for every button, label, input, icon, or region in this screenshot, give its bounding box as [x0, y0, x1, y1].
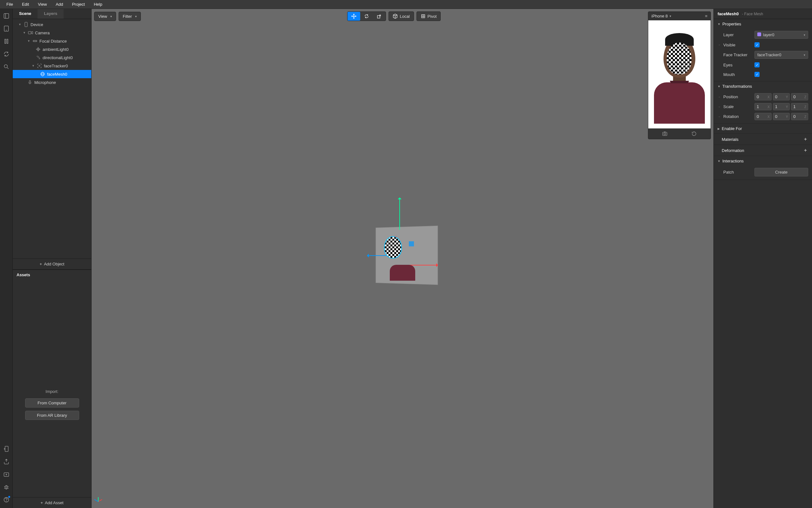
- viewport-toolbar: View Filter Local Pivot: [94, 11, 711, 21]
- face-mesh-checker[interactable]: [384, 236, 402, 258]
- tree-label: Focal Distance: [39, 39, 67, 44]
- pivot-button[interactable]: Pivot: [417, 12, 441, 21]
- tree-directional-light[interactable]: directionalLight0: [13, 53, 91, 62]
- menu-file[interactable]: File: [3, 1, 17, 8]
- prop-patch-label: Patch: [723, 170, 752, 174]
- tab-scene[interactable]: Scene: [13, 9, 38, 19]
- add-deformation-button[interactable]: +: [803, 147, 808, 153]
- tab-layers[interactable]: Layers: [38, 9, 63, 19]
- reset-icon[interactable]: [691, 130, 697, 137]
- svg-point-19: [6, 501, 6, 501]
- tree-label: directionalLight0: [43, 55, 73, 60]
- add-asset-button[interactable]: + Add Asset: [13, 497, 91, 508]
- rail-layout-icon[interactable]: [3, 13, 9, 19]
- section-deformation-header[interactable]: ▶ Deformation +: [714, 145, 812, 156]
- section-properties-header[interactable]: ▼Properties: [714, 19, 812, 29]
- local-button[interactable]: Local: [389, 12, 413, 21]
- tree-device[interactable]: ▼ Device: [13, 20, 91, 29]
- device-menu-icon[interactable]: ≡: [705, 14, 708, 18]
- section-materials-header[interactable]: ▶ Materials +: [714, 134, 812, 145]
- svg-rect-4: [5, 39, 6, 43]
- add-object-label: Add Object: [44, 262, 64, 266]
- directional-light-icon: [36, 55, 41, 60]
- gizmo-axis-y[interactable]: [399, 198, 400, 230]
- rail-refresh-icon[interactable]: [3, 51, 9, 57]
- inspector: faceMesh0 - Face Mesh ▼Properties Layer …: [714, 9, 812, 508]
- plus-icon: +: [40, 262, 42, 266]
- tree-focal-distance[interactable]: ▼ Focal Distance: [13, 37, 91, 45]
- tree-camera[interactable]: ▼ Camera: [13, 29, 91, 37]
- tree-face-mesh[interactable]: faceMesh0: [13, 70, 91, 78]
- section-enable-for-header[interactable]: ▶Enable For: [714, 124, 812, 133]
- menu-project[interactable]: Project: [68, 1, 88, 8]
- tree-label: faceMesh0: [47, 72, 68, 77]
- position-z-input[interactable]: 0Z: [791, 93, 808, 100]
- section-transformations-header[interactable]: ▼Transformations: [714, 81, 812, 91]
- position-x-input[interactable]: 0X: [755, 93, 772, 100]
- tree-microphone[interactable]: Microphone: [13, 78, 91, 86]
- rotate-tool-button[interactable]: [360, 12, 373, 21]
- menu-view[interactable]: View: [34, 1, 50, 8]
- menu-add[interactable]: Add: [52, 1, 67, 8]
- view-dropdown[interactable]: View: [94, 12, 116, 21]
- scale-z-input[interactable]: 1Z: [791, 103, 808, 110]
- layer-dropdown[interactable]: layer0: [755, 31, 808, 39]
- layer-color-swatch: [757, 33, 761, 36]
- rail-search-icon[interactable]: [3, 64, 9, 70]
- rail-device-icon[interactable]: [3, 26, 9, 32]
- menu-help[interactable]: Help: [90, 1, 106, 8]
- scale-tool-button[interactable]: [373, 12, 386, 21]
- tree-face-tracker[interactable]: ▼ faceTracker0: [13, 62, 91, 70]
- svg-line-17: [8, 488, 8, 489]
- prop-scale-label: Scale: [723, 104, 752, 109]
- scale-y-input[interactable]: 1Y: [773, 103, 790, 110]
- device-preview: iPhone 8 ▾ ≡: [648, 11, 711, 139]
- face-mesh-icon: [40, 72, 45, 77]
- rail-bug-icon[interactable]: [3, 484, 9, 490]
- chevron-down-icon[interactable]: ▾: [670, 14, 671, 18]
- rail-export-icon[interactable]: [3, 458, 9, 465]
- filter-dropdown[interactable]: Filter: [119, 12, 140, 21]
- plus-icon: +: [40, 500, 43, 505]
- scale-x-input[interactable]: 1X: [755, 103, 772, 110]
- svg-line-7: [7, 68, 8, 69]
- visible-checkbox[interactable]: ✓: [755, 42, 760, 47]
- svg-point-46: [664, 133, 666, 135]
- rotation-y-input[interactable]: 0Y: [773, 113, 790, 120]
- from-ar-library-button[interactable]: From AR Library: [25, 411, 79, 420]
- section-interactions-header[interactable]: ▼Interactions: [714, 156, 812, 166]
- eyes-checkbox[interactable]: ✓: [755, 62, 760, 68]
- menu-edit[interactable]: Edit: [18, 1, 33, 8]
- svg-rect-35: [29, 80, 31, 83]
- tree-label: ambientLight0: [43, 47, 69, 52]
- svg-rect-23: [33, 40, 37, 42]
- svg-rect-8: [5, 446, 8, 452]
- from-computer-button[interactable]: From Computer: [25, 398, 79, 408]
- capture-icon[interactable]: [662, 130, 668, 137]
- rail-send-to-device-icon[interactable]: [3, 446, 9, 452]
- move-tool-button[interactable]: [347, 12, 360, 21]
- prop-visible-label: Visible: [723, 43, 752, 47]
- rail-add-folder-icon[interactable]: [3, 471, 9, 477]
- face-tracker-icon: [37, 63, 42, 68]
- svg-marker-22: [31, 32, 33, 34]
- mouth-checkbox[interactable]: ✓: [755, 72, 760, 77]
- rail-pause-icon[interactable]: [3, 38, 9, 44]
- svg-rect-21: [28, 32, 31, 34]
- device-name[interactable]: iPhone 8: [651, 14, 668, 18]
- device-icon: [24, 22, 29, 27]
- rail-help-icon[interactable]: [3, 497, 9, 503]
- viewport[interactable]: View Filter Local Pivot: [92, 9, 714, 508]
- tree-ambient-light[interactable]: ambientLight0: [13, 45, 91, 53]
- face-tracker-dropdown[interactable]: faceTracker0: [755, 51, 808, 59]
- prop-position-label: Position: [723, 94, 752, 99]
- add-material-button[interactable]: +: [803, 136, 808, 142]
- add-object-button[interactable]: + Add Object: [13, 258, 91, 269]
- create-patch-button[interactable]: Create: [755, 168, 808, 176]
- position-y-input[interactable]: 0Y: [773, 93, 790, 100]
- gizmo-handle-blue[interactable]: [409, 241, 414, 246]
- preview-face-mesh: [667, 43, 691, 74]
- rotation-z-input[interactable]: 0Z: [791, 113, 808, 120]
- rotation-x-input[interactable]: 0X: [755, 113, 772, 120]
- prop-mouth-label: Mouth: [723, 72, 752, 77]
